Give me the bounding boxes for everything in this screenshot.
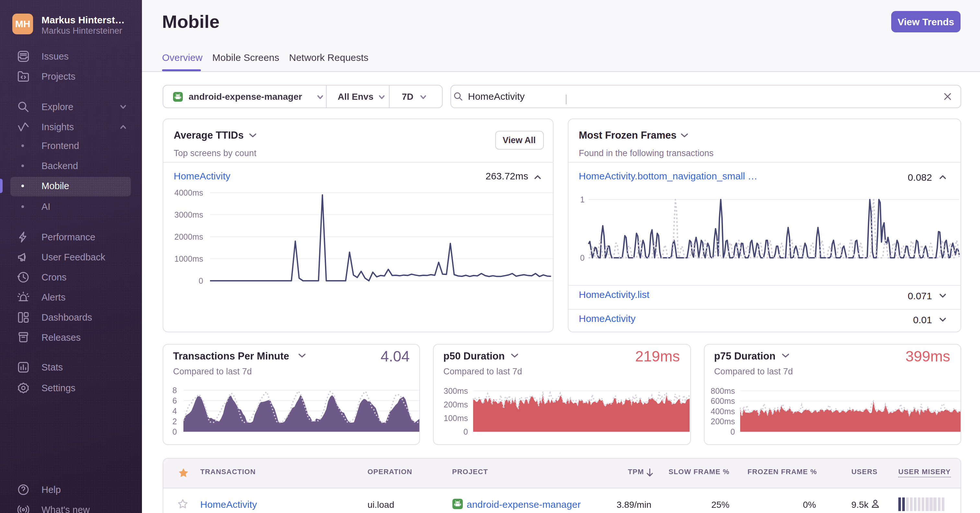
svg-text:0: 0 [580, 253, 585, 262]
svg-text:0: 0 [730, 427, 735, 435]
svg-text:100ms: 100ms [444, 414, 468, 422]
svg-text:0: 0 [172, 427, 177, 435]
svg-text:0: 0 [464, 427, 468, 435]
svg-text:2000ms: 2000ms [174, 232, 203, 241]
svg-text:6: 6 [172, 396, 177, 405]
svg-text:1: 1 [580, 195, 585, 204]
svg-text:400ms: 400ms [710, 407, 735, 416]
svg-text:800ms: 800ms [710, 388, 735, 395]
svg-text:3000ms: 3000ms [174, 210, 203, 219]
svg-text:8: 8 [172, 388, 177, 395]
svg-text:200ms: 200ms [444, 400, 468, 409]
svg-text:300ms: 300ms [444, 388, 468, 395]
svg-text:4: 4 [172, 407, 177, 416]
svg-text:600ms: 600ms [710, 397, 735, 406]
svg-text:200ms: 200ms [710, 417, 735, 426]
svg-text:1000ms: 1000ms [174, 254, 203, 263]
svg-text:2: 2 [172, 417, 177, 426]
svg-text:0: 0 [199, 276, 203, 285]
svg-text:4000ms: 4000ms [174, 189, 203, 197]
